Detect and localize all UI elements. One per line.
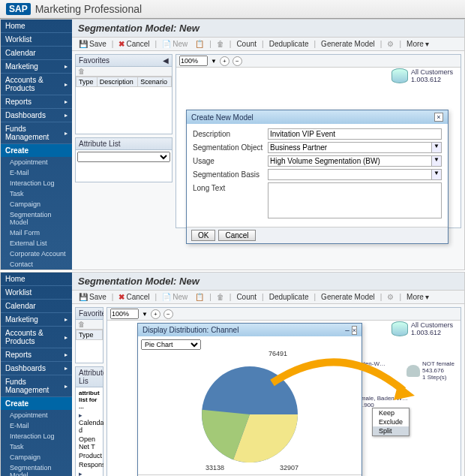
copy-button[interactable]: 📋 [193, 292, 206, 302]
zoom-in-button[interactable]: + [220, 56, 230, 66]
sidebar-item-marketing[interactable]: Marketing [1, 313, 72, 327]
ctx-exclude[interactable]: Exclude [373, 417, 409, 426]
favorites-header[interactable]: Favorites ◀ [76, 55, 172, 67]
dedup-button[interactable]: Deduplicate [267, 39, 311, 49]
dropdown-icon[interactable]: ▼ [432, 169, 442, 180]
dialog-header[interactable]: Create New Model × [187, 110, 448, 124]
longtext-input[interactable] [268, 182, 442, 218]
sidebar-sub-contact[interactable]: Contact [1, 259, 72, 270]
basis-input[interactable] [268, 169, 432, 180]
new-button[interactable]: 📄New [160, 39, 190, 49]
desc-input[interactable] [268, 128, 442, 140]
cancel-button[interactable]: ✖Cancel [116, 292, 152, 302]
col-type[interactable]: Type [76, 77, 98, 87]
sidebar-item-marketing[interactable]: Marketing [1, 60, 72, 74]
dropdown-icon[interactable]: ▼ [432, 142, 442, 153]
sidebar-sub-interaction-log[interactable]: Interaction Log [1, 178, 72, 188]
dropdown-icon[interactable]: ▼ [432, 155, 442, 167]
close-icon[interactable]: × [352, 326, 357, 335]
sidebar-item-dashboards[interactable]: Dashboards [1, 362, 72, 375]
attribute-item[interactable]: Responsibl [77, 460, 101, 469]
sidebar-sub-appointment[interactable]: Appointment [1, 410, 72, 420]
col-desc[interactable]: Description [97, 77, 138, 87]
sidebar-item-funds-management[interactable]: Funds Management [1, 375, 72, 397]
collapse-icon[interactable]: ◀ [163, 56, 169, 65]
all-customers-node[interactable]: All Customers 1.003.612 [392, 68, 453, 83]
trash-icon[interactable]: 🗑 [78, 321, 85, 328]
sidebar-sub-segmentation-model[interactable]: Segmentation Model [1, 209, 72, 227]
segobj-input[interactable] [268, 142, 432, 153]
usage-input[interactable] [268, 155, 432, 167]
more-button[interactable]: More ▾ [404, 39, 431, 49]
trash-icon[interactable]: 🗑 [78, 68, 85, 75]
save-button[interactable]: 💾Save [76, 39, 109, 49]
chart-type-select[interactable]: Pie Chart [141, 339, 201, 350]
sidebar-sub-campaign[interactable]: Campaign [1, 452, 72, 462]
sidebar-sub-campaign[interactable]: Campaign [1, 199, 72, 209]
attribute-item[interactable]: Product Ca [77, 469, 101, 476]
sidebar-item-accounts-products[interactable]: Accounts & Products [1, 74, 72, 95]
sidebar-item-funds-management[interactable]: Funds Management [1, 122, 72, 144]
page-title: Segmentation Model: New [72, 20, 464, 38]
sidebar-sub-appointment[interactable]: Appointment [1, 157, 72, 167]
sidebar-sub-corporate-account[interactable]: Corporate Account [1, 249, 72, 259]
generate-button[interactable]: Generate Model [319, 292, 377, 302]
zoom-dropdown-icon[interactable]: ▼ [211, 58, 217, 65]
sidebar-item-home[interactable]: Home [1, 20, 72, 33]
cancel-button[interactable]: Cancel [218, 230, 255, 241]
segment-node-notfemale[interactable]: NOT female543.6761 Step(s) [406, 360, 454, 381]
label-longtext: Long Text [193, 182, 268, 192]
col-type[interactable]: Type [76, 330, 103, 340]
zoom-input[interactable] [179, 56, 208, 66]
zoom-dropdown-icon[interactable]: ▼ [142, 311, 148, 318]
save-icon: 💾 [79, 293, 88, 301]
attribute-select[interactable] [77, 152, 170, 162]
zoom-input[interactable] [110, 309, 139, 319]
sidebar-item-worklist[interactable]: Worklist [1, 33, 72, 47]
sidebar-sub-e-mail[interactable]: E-Mail [1, 167, 72, 178]
col-scenario[interactable]: Scenario [138, 77, 172, 87]
sidebar-sub-task[interactable]: Task [1, 441, 72, 452]
all-customers-node[interactable]: All Customers1.003.612 [392, 321, 453, 336]
dialog-header[interactable]: Display Distribution: Channel –× [138, 324, 362, 336]
ctx-keep[interactable]: Keep [373, 408, 409, 417]
sidebar-item-reports[interactable]: Reports [1, 95, 72, 109]
sidebar-sub-interaction-log[interactable]: Interaction Log [1, 431, 72, 441]
close-icon[interactable]: × [434, 113, 443, 122]
cancel-button[interactable]: ✖Cancel [116, 39, 152, 49]
delete-button[interactable]: 🗑 [214, 39, 226, 49]
zoom-in-button[interactable]: + [151, 309, 160, 319]
toolbar-icon[interactable]: ⚙ [385, 39, 396, 49]
toolbar-icon[interactable]: ⚙ [385, 292, 396, 302]
sidebar-sub-mail-form[interactable]: Mail Form [1, 227, 72, 238]
delete-button[interactable]: 🗑 [214, 292, 226, 302]
sidebar-sub-e-mail[interactable]: E-Mail [1, 420, 72, 431]
minimize-icon[interactable]: – [343, 326, 352, 334]
sidebar-sub-segmentation-model[interactable]: Segmentation Model [1, 462, 72, 476]
new-button[interactable]: 📄New [160, 292, 190, 302]
count-button[interactable]: Count [234, 39, 259, 49]
sidebar-item-dashboards[interactable]: Dashboards [1, 109, 72, 122]
ok-button[interactable]: OK [191, 230, 215, 241]
attribute-item[interactable]: Calendar d [77, 411, 101, 435]
sidebar-item-calendar[interactable]: Calendar [1, 47, 72, 60]
copy-button[interactable]: 📋 [193, 39, 206, 49]
more-button[interactable]: More ▾ [404, 292, 431, 302]
attribute-item[interactable]: Open Net T [77, 435, 101, 451]
dedup-button[interactable]: Deduplicate [267, 292, 311, 302]
save-button[interactable]: 💾Save [76, 292, 109, 302]
zoom-out-button[interactable]: − [232, 56, 242, 66]
ctx-split[interactable]: Split [373, 426, 409, 435]
count-button[interactable]: Count [234, 292, 259, 302]
attribute-item[interactable]: Product [77, 451, 101, 460]
generate-button[interactable]: Generate Model [319, 39, 377, 49]
favorites-header[interactable]: Favorites [76, 308, 103, 320]
sidebar-item-accounts-products[interactable]: Accounts & Products [1, 327, 72, 348]
sidebar-item-home[interactable]: Home [1, 273, 72, 286]
sidebar-item-calendar[interactable]: Calendar [1, 300, 72, 313]
sidebar-item-worklist[interactable]: Worklist [1, 286, 72, 300]
zoom-out-button[interactable]: − [164, 309, 173, 319]
sidebar-sub-task[interactable]: Task [1, 188, 72, 199]
sidebar-item-reports[interactable]: Reports [1, 348, 72, 362]
sidebar-sub-external-list[interactable]: External List [1, 238, 72, 249]
